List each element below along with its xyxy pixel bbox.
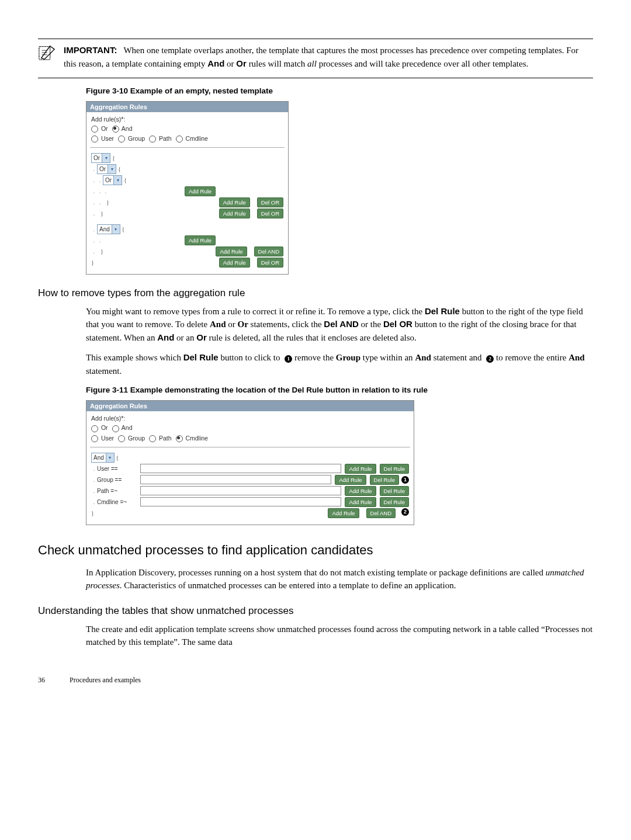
del-or-button[interactable]: Del OR xyxy=(257,258,283,268)
radio-user[interactable] xyxy=(91,136,98,143)
para-check-unmatched: In Application Discovery, processes runn… xyxy=(86,566,593,592)
page-number: 36 xyxy=(38,676,70,685)
figure-3-11-caption: Figure 3-11 Example demonstrating the lo… xyxy=(86,386,593,394)
para-understanding-tables: The create and edit application template… xyxy=(86,623,593,649)
para-remove-types-1: You might want to remove types from a ru… xyxy=(86,305,593,345)
radio-user[interactable] xyxy=(91,435,98,442)
add-rule-button[interactable]: Add Rule xyxy=(219,197,250,207)
add-rules-label: Add rule(s)*: xyxy=(91,116,283,123)
add-rule-button[interactable]: Add Rule xyxy=(328,508,359,518)
del-rule-button[interactable]: Del Rule xyxy=(380,486,409,496)
radio-cmdline[interactable] xyxy=(176,136,183,143)
del-and-button[interactable]: Del AND xyxy=(366,508,396,518)
rule-group-label: Group == xyxy=(97,477,138,483)
radio-path[interactable] xyxy=(149,136,156,143)
chapter-title: Procedures and examples xyxy=(70,676,141,684)
group-input[interactable] xyxy=(140,475,331,484)
figure-3-11-panel: Aggregation Rules Add rule(s)*: Or And U… xyxy=(86,400,414,525)
callout-1-icon: 1 xyxy=(401,476,409,484)
add-rules-label: Add rule(s)*: xyxy=(91,415,409,422)
add-rule-button[interactable]: Add Rule xyxy=(345,497,376,507)
add-rule-button[interactable]: Add Rule xyxy=(345,464,376,474)
add-rule-button[interactable]: Add Rule xyxy=(185,186,216,196)
section-heading-check-unmatched: Check unmatched processes to find applic… xyxy=(38,543,593,558)
add-rule-button[interactable]: Add Rule xyxy=(185,235,216,245)
chevron-down-icon[interactable]: ▾ xyxy=(112,225,120,234)
figure-3-10-panel: Aggregation Rules Add rule(s)*: Or And U… xyxy=(86,101,289,275)
panel-title: Aggregation Rules xyxy=(86,102,288,112)
select-or-2[interactable]: Or▾ xyxy=(97,164,116,174)
rule-path-label: Path =~ xyxy=(97,488,138,494)
important-text: IMPORTANT: When one template overlaps an… xyxy=(64,44,593,71)
del-or-button[interactable]: Del OR xyxy=(257,197,283,207)
panel-title: Aggregation Rules xyxy=(86,401,414,411)
del-and-button[interactable]: Del AND xyxy=(254,247,283,256)
chevron-down-icon[interactable]: ▾ xyxy=(106,453,114,462)
rule-user-label: User == xyxy=(97,466,138,472)
select-or-3[interactable]: Or▾ xyxy=(103,175,122,185)
radio-and[interactable] xyxy=(112,425,119,432)
select-and[interactable]: And▾ xyxy=(97,224,120,234)
user-input[interactable] xyxy=(140,464,341,473)
chevron-down-icon[interactable]: ▾ xyxy=(113,176,122,185)
chevron-down-icon[interactable]: ▾ xyxy=(108,165,116,173)
section-heading-remove-types: How to remove types from the aggregation… xyxy=(38,287,593,299)
callout-1-icon: 1 xyxy=(285,355,292,363)
del-rule-button[interactable]: Del Rule xyxy=(380,464,409,474)
radio-or[interactable] xyxy=(91,425,98,432)
select-and[interactable]: And▾ xyxy=(91,453,115,463)
add-rule-button[interactable]: Add Rule xyxy=(216,247,247,256)
section-heading-understanding-tables: Understanding the tables that show unmat… xyxy=(38,605,593,617)
rule-cmdline-label: Cmdline =~ xyxy=(97,499,138,505)
del-or-button[interactable]: Del OR xyxy=(257,209,283,218)
add-rule-button[interactable]: Add Rule xyxy=(335,475,366,485)
del-rule-button[interactable]: Del Rule xyxy=(370,475,399,485)
callout-2-icon: 2 xyxy=(401,508,409,516)
add-rule-button[interactable]: Add Rule xyxy=(219,258,250,268)
important-icon xyxy=(38,44,56,64)
radio-group[interactable] xyxy=(118,136,125,143)
figure-3-10-caption: Figure 3-10 Example of an empty, nested … xyxy=(86,86,593,95)
add-rule-button[interactable]: Add Rule xyxy=(219,209,250,218)
radio-cmdline[interactable] xyxy=(176,435,183,442)
page-footer: 36Procedures and examples xyxy=(38,676,593,685)
radio-group[interactable] xyxy=(118,435,125,442)
add-rule-button[interactable]: Add Rule xyxy=(345,486,376,496)
select-or-1[interactable]: Or▾ xyxy=(91,153,110,163)
callout-2-icon: 2 xyxy=(486,355,494,363)
radio-or[interactable] xyxy=(91,126,98,133)
radio-and[interactable] xyxy=(112,126,119,133)
del-rule-button[interactable]: Del Rule xyxy=(380,497,409,507)
radio-path[interactable] xyxy=(149,435,156,442)
cmdline-input[interactable] xyxy=(140,497,341,506)
chevron-down-icon[interactable]: ▾ xyxy=(102,154,110,162)
path-input[interactable] xyxy=(140,486,341,495)
para-remove-types-2: This example shows which Del Rule button… xyxy=(86,351,593,377)
